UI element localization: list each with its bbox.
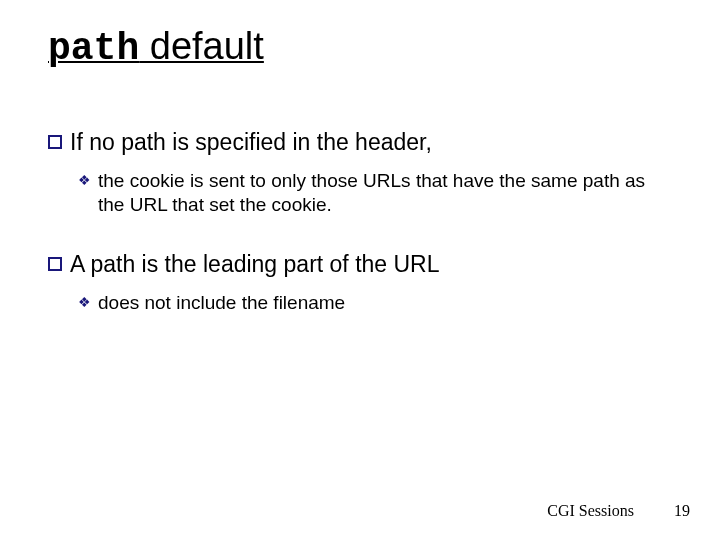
sub-bullet-group: ❖ the cookie is sent to only those URLs …: [78, 169, 668, 218]
title-mono: path: [48, 27, 139, 70]
footer-label: CGI Sessions: [547, 502, 634, 520]
bullet-text: If no path is specified in the header,: [70, 128, 432, 157]
sub-bullet-group: ❖ does not include the filename: [78, 291, 668, 316]
bullet-level2: ❖ does not include the filename: [78, 291, 668, 316]
diamond-bullet-icon: ❖: [78, 292, 91, 313]
slide: path default If no path is specified in …: [0, 0, 720, 540]
bullet-text: A path is the leading part of the URL: [70, 250, 440, 279]
slide-title: path default: [48, 26, 264, 70]
square-bullet-icon: [48, 257, 62, 271]
square-bullet-icon: [48, 135, 62, 149]
footer-page-number: 19: [674, 502, 690, 520]
diamond-bullet-icon: ❖: [78, 170, 91, 191]
bullet-level1: A path is the leading part of the URL: [48, 250, 668, 279]
slide-content: If no path is specified in the header, ❖…: [48, 128, 668, 348]
bullet-level1: If no path is specified in the header,: [48, 128, 668, 157]
title-plain: default: [139, 25, 264, 67]
sub-bullet-text: the cookie is sent to only those URLs th…: [98, 169, 668, 218]
bullet-level2: ❖ the cookie is sent to only those URLs …: [78, 169, 668, 218]
sub-bullet-text: does not include the filename: [98, 291, 345, 316]
